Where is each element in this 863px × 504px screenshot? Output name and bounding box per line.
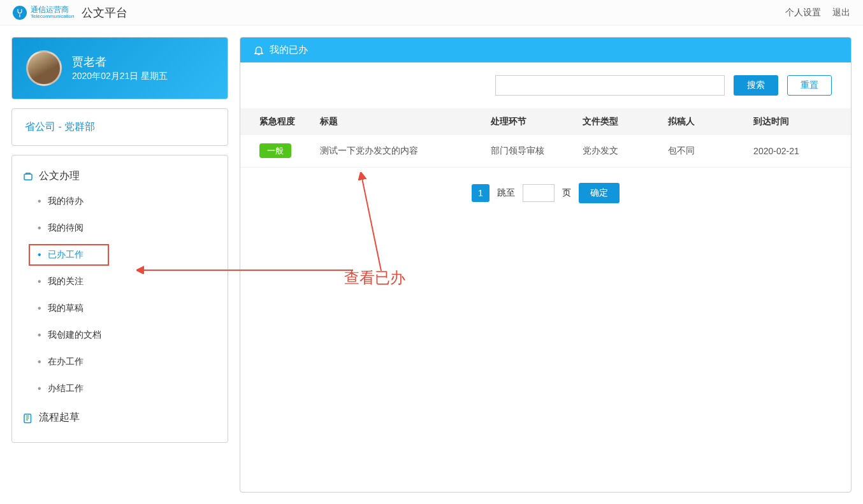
nav-item-label: 已办工作 (48, 249, 83, 261)
bell-icon (253, 45, 265, 56)
nav-item-my-todo[interactable]: 我的待办 (12, 188, 228, 215)
cell-type: 党办发文 (576, 135, 662, 168)
nav-item-label: 我创建的文档 (48, 329, 101, 341)
col-title: 标题 (314, 108, 484, 135)
svg-rect-0 (24, 174, 32, 180)
app-header: 通信运营商 Telecommunication 公文平台 个人设置 退出 (0, 0, 863, 25)
nav-card: 公文办理 我的待办 我的待阅 已办工作 我的关注 我的草稿 我创建的文档 在办工… (11, 155, 228, 443)
user-card: 贾老者 2020年02月21日 星期五 (11, 37, 228, 99)
cell-title: 测试一下党办发文的内容 (314, 135, 484, 168)
jump-label-post: 页 (562, 187, 571, 199)
urgency-badge: 一般 (259, 143, 291, 158)
logout-link[interactable]: 退出 (832, 7, 850, 18)
main-panel: 我的已办 搜索 重置 紧急程度 标题 处理环节 文件类型 拟稿人 到达时间 一般 (240, 37, 852, 493)
jump-input[interactable] (523, 184, 555, 202)
nav-item-label: 我的关注 (48, 276, 83, 287)
nav-item-label: 在办工作 (48, 356, 83, 368)
nav-item-my-draft[interactable]: 我的草稿 (12, 295, 228, 322)
logo: 通信运营商 Telecommunication 公文平台 (13, 5, 127, 20)
logo-icon (13, 6, 27, 20)
search-input[interactable] (495, 75, 725, 96)
data-table: 紧急程度 标题 处理环节 文件类型 拟稿人 到达时间 一般 测试一下党办发文的内… (240, 108, 851, 168)
page-current[interactable]: 1 (472, 184, 490, 202)
col-urgency: 紧急程度 (240, 108, 314, 135)
panel-title: 我的已办 (270, 44, 308, 56)
nav-section-documents[interactable]: 公文办理 (12, 164, 228, 188)
nav-item-my-toread[interactable]: 我的待阅 (12, 215, 228, 241)
settings-link[interactable]: 个人设置 (785, 7, 821, 18)
table-row[interactable]: 一般 测试一下党办发文的内容 部门领导审核 党办发文 包不同 2020-02-2… (240, 135, 851, 168)
cell-arrival: 2020-02-21 (747, 135, 851, 168)
nav-section-flow-label: 流程起草 (39, 411, 80, 424)
panel-header: 我的已办 (240, 38, 851, 62)
brand-sub: Telecommunication (31, 13, 74, 19)
reset-button[interactable]: 重置 (787, 75, 832, 96)
nav-item-label: 我的草稿 (48, 303, 83, 314)
avatar (26, 50, 62, 86)
app-title: 公文平台 (82, 5, 127, 20)
nav-section-documents-label: 公文办理 (39, 169, 80, 183)
nav-section-flow[interactable]: 流程起草 (12, 406, 228, 429)
brand-name: 通信运营商 (31, 6, 74, 13)
col-type: 文件类型 (576, 108, 662, 135)
jump-label-pre: 跳至 (497, 187, 515, 199)
nav-item-my-follow[interactable]: 我的关注 (12, 268, 228, 295)
col-drafter: 拟稿人 (662, 108, 747, 135)
nav-item-completed[interactable]: 办结工作 (12, 375, 228, 402)
cell-stage: 部门领导审核 (484, 135, 576, 168)
user-name: 贾老者 (72, 54, 168, 69)
sidebar: 贾老者 2020年02月21日 星期五 省公司 - 党群部 公文办理 我的待办 … (11, 37, 228, 493)
col-stage: 处理环节 (484, 108, 576, 135)
pager: 1 跳至 页 确定 (240, 168, 851, 219)
toolbar: 搜索 重置 (240, 62, 851, 108)
nav-item-label: 我的待阅 (48, 222, 83, 234)
search-button[interactable]: 搜索 (734, 75, 778, 96)
org-path: 省公司 - 党群部 (11, 108, 228, 146)
nav-item-in-progress[interactable]: 在办工作 (12, 349, 228, 375)
user-date: 2020年02月21日 星期五 (72, 71, 168, 82)
nav-item-label: 办结工作 (48, 383, 83, 394)
nav-item-my-created[interactable]: 我创建的文档 (12, 322, 228, 349)
jump-confirm-button[interactable]: 确定 (579, 183, 620, 203)
cell-drafter: 包不同 (662, 135, 747, 168)
col-arrival: 到达时间 (747, 108, 851, 135)
nav-item-done-work[interactable]: 已办工作 (12, 241, 228, 268)
nav-item-label: 我的待办 (48, 196, 83, 207)
